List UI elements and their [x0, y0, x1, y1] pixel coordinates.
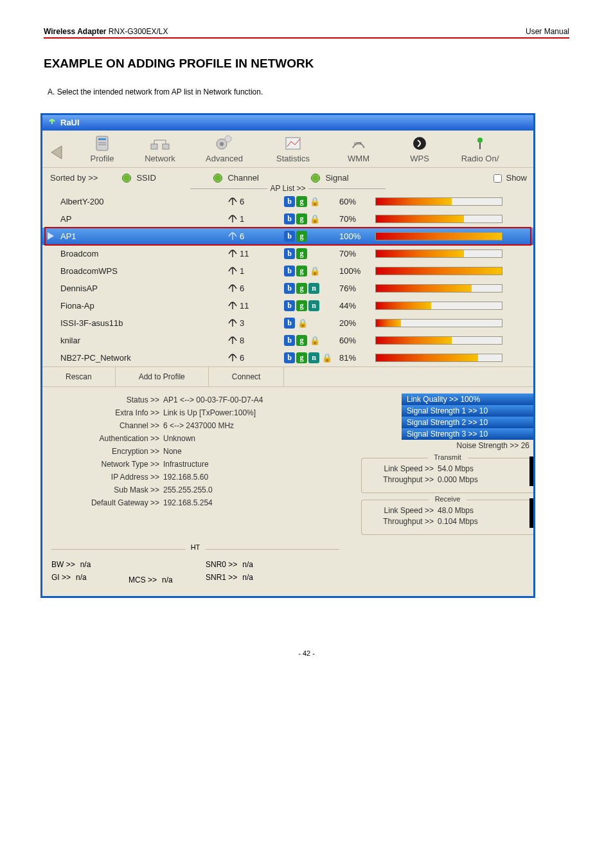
quality-badge: Link Quality >> 100% [402, 393, 533, 405]
ap-channel: 11 [227, 300, 284, 311]
ap-row[interactable]: knilar8bg🔒60% [42, 332, 533, 349]
status-key: Channel >> [42, 421, 163, 430]
ap-signal-pct: 70% [339, 249, 375, 258]
show-checkbox[interactable]: Show [493, 173, 527, 183]
quality-badge: Signal Strength 1 >> 10 [402, 405, 533, 417]
mode-b-icon: b [284, 335, 295, 346]
ap-modes: bg🔒 [284, 196, 339, 207]
tab-statistics-label: Statistics [276, 154, 310, 163]
status-key: Encryption >> [42, 447, 163, 456]
ap-channel: 11 [227, 248, 284, 259]
tab-statistics[interactable]: Statistics [260, 132, 326, 167]
status-value: 192.168.5.60 [163, 473, 208, 482]
status-key: Extra Info >> [42, 408, 163, 417]
ap-modes: bg🔒 [284, 266, 339, 276]
ap-channel: 6 [227, 352, 284, 363]
mode-n-icon: n [308, 300, 319, 311]
ap-ssid: BroadcomWPS [60, 266, 227, 276]
svg-point-10 [220, 142, 224, 146]
ap-channel: 8 [227, 335, 284, 346]
ap-ssid: ISSI-3F-asus11b [60, 318, 227, 328]
ap-ssid: Broadcom [60, 249, 227, 258]
product-model: RNX-G300EX/LX [106, 27, 168, 36]
tab-network[interactable]: Network [131, 132, 189, 167]
status-key: Sub Mask >> [42, 485, 163, 494]
status-value: Unknown [163, 434, 195, 443]
tab-radio[interactable]: Radio On/ [449, 132, 511, 167]
ap-row[interactable]: ISSI-3F-asus11b3b🔒20% [42, 314, 533, 332]
doc-header: Wireless Adapter RNX-G300EX/LX User Manu… [44, 27, 569, 39]
ap-ssid: AlbertY-200 [60, 197, 227, 206]
ap-ssid: DennisAP [60, 284, 227, 293]
ap-channel: 6 [227, 196, 284, 207]
lock-icon: 🔒 [310, 336, 320, 345]
ap-signal-bar [375, 232, 533, 240]
ap-row[interactable]: BroadcomWPS1bg🔒100% [42, 262, 533, 280]
ap-ssid: AP1 [60, 231, 227, 241]
ap-signal-bar [375, 319, 533, 327]
toolbar: Profile Network Advanced Statistics QoS … [42, 131, 533, 168]
mode-b-icon: b [284, 283, 295, 294]
titlebar-text: RaUI [60, 118, 80, 127]
rx-bar [529, 498, 533, 528]
section-title: EXAMPLE ON ADDING PROFILE IN NETWORK [44, 57, 569, 71]
ap-channel: 6 [227, 231, 284, 242]
sort-signal-label: Signal [325, 173, 348, 183]
ap-row[interactable]: AP16bg100% [42, 228, 533, 245]
ap-row[interactable]: NB27-PC_Network6bgn🔒81% [42, 349, 533, 366]
tab-wmm[interactable]: QoS WMM [326, 132, 391, 167]
status-value: None [163, 447, 182, 456]
ap-row[interactable]: AlbertY-2006bg🔒60% [42, 193, 533, 210]
sort-channel-label: Channel [227, 173, 311, 183]
ap-signal-bar [375, 302, 533, 310]
status-value: 6 <--> 2437000 MHz [163, 421, 234, 430]
mode-b-icon: b [284, 300, 295, 311]
tab-network-label: Network [145, 154, 175, 163]
sort-signal-radio[interactable] [311, 174, 320, 183]
mode-g-icon: g [296, 196, 307, 207]
add-to-profile-button[interactable]: Add to Profile [116, 367, 209, 386]
quality-badge: Signal Strength 2 >> 10 [402, 417, 533, 428]
rescan-button[interactable]: Rescan [42, 367, 116, 386]
ap-signal-bar [375, 215, 533, 223]
mode-g-icon: g [296, 352, 307, 363]
mode-g-icon: g [296, 248, 307, 259]
transmit-legend: Transmit [427, 453, 467, 461]
ap-row[interactable]: DennisAP6bgn76% [42, 280, 533, 297]
sort-channel-radio[interactable] [213, 174, 222, 183]
tab-profile[interactable]: Profile [73, 132, 131, 167]
status-value: 255.255.255.0 [163, 485, 213, 494]
tab-wmm-label: WMM [348, 154, 369, 163]
ap-modes: bg🔒 [284, 213, 339, 224]
ap-modes: bg [284, 231, 339, 242]
mode-b-icon: b [284, 318, 295, 329]
ht-snr0-value: n/a [242, 560, 253, 569]
ap-row[interactable]: Fiona-Ap11bgn44% [42, 297, 533, 314]
tab-wps[interactable]: WPS [391, 132, 449, 167]
ap-modes: bg [284, 248, 339, 259]
tab-advanced[interactable]: Advanced [189, 131, 260, 167]
back-button[interactable] [42, 140, 73, 167]
ht-bw-value: n/a [80, 560, 91, 569]
ht-mcs-value: n/a [162, 575, 173, 584]
ap-ssid: NB27-PC_Network [60, 353, 227, 363]
mode-n-icon: n [308, 352, 319, 363]
app-window: RaUI Profile Network Advanced Statistics… [40, 113, 535, 598]
quality-badge: Signal Strength 3 >> 10 [402, 428, 533, 440]
ap-row[interactable]: AP1bg🔒70% [42, 210, 533, 228]
mode-b-icon: b [284, 266, 295, 276]
status-key: Authentication >> [42, 434, 163, 443]
mode-g-icon: g [296, 300, 307, 311]
svg-point-15 [477, 138, 483, 143]
lock-icon: 🔒 [310, 266, 320, 276]
sort-ssid-radio[interactable] [122, 174, 131, 183]
header-right: User Manual [526, 27, 569, 36]
ap-row[interactable]: Broadcom11bg70% [42, 245, 533, 262]
mode-g-icon: g [296, 335, 307, 346]
connect-button[interactable]: Connect [209, 367, 285, 386]
page-number: - 42 - [44, 649, 569, 657]
ap-channel: 3 [227, 318, 284, 329]
ht-bw-label: BW >> [51, 560, 75, 569]
svg-rect-1 [98, 138, 106, 140]
ht-mcs-label: MCS >> [129, 575, 157, 584]
